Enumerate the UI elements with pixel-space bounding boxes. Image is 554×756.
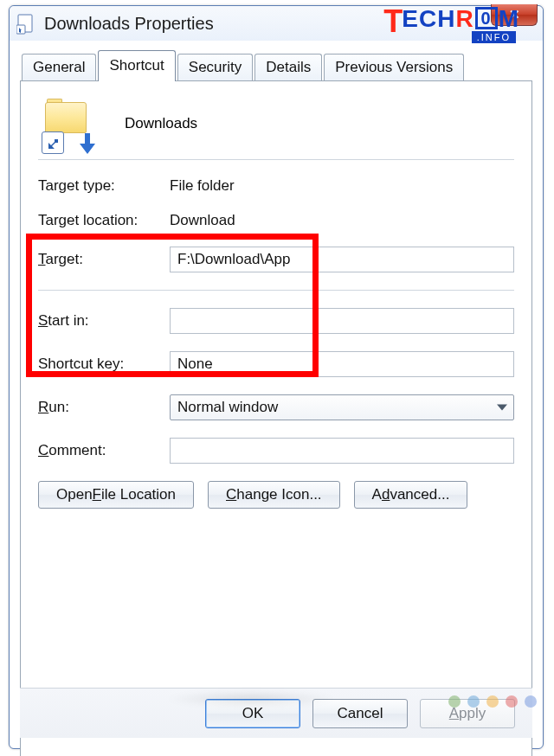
target-location-row: Target location: Download: [38, 212, 514, 229]
tab-previous-versions[interactable]: Previous Versions: [324, 54, 464, 81]
shortcut-key-label: Shortcut key:: [38, 356, 170, 373]
ok-label: OK: [242, 705, 264, 722]
target-location-label: Target location:: [38, 212, 170, 229]
properties-window: Downloads Properties ✕ General Shortcut …: [9, 5, 544, 749]
start-in-label: Start in:: [38, 312, 170, 330]
start-in-row: Start in:: [38, 308, 514, 334]
action-button-row: Open File Location Change Icon... Advanc…: [38, 481, 514, 509]
folder-shortcut-icon: [43, 99, 93, 149]
shortcut-header: Downloads: [43, 99, 514, 149]
tab-security[interactable]: Security: [177, 54, 253, 81]
target-row: Target:: [38, 247, 514, 272]
cancel-button[interactable]: Cancel: [312, 699, 408, 728]
target-location-value: Download: [170, 212, 235, 229]
tab-label: General: [33, 59, 85, 75]
open-file-location-button[interactable]: Open File Location: [38, 481, 194, 509]
start-in-input[interactable]: [170, 308, 514, 334]
run-label: Run:: [38, 399, 170, 416]
shortcut-name: Downloads: [125, 115, 197, 132]
window-icon: [16, 11, 37, 35]
comment-label: Comment:: [38, 442, 170, 459]
ok-button[interactable]: OK: [205, 699, 300, 728]
cancel-label: Cancel: [338, 705, 383, 722]
run-select[interactable]: Normal window: [170, 394, 514, 420]
advanced-button[interactable]: Advanced...: [354, 481, 468, 509]
watermark-info: .INFO: [472, 31, 516, 43]
dialog-footer: OK Cancel Apply: [20, 688, 532, 738]
tab-label: Security: [189, 59, 242, 75]
target-type-label: Target type:: [38, 177, 170, 195]
target-type-value: File folder: [170, 177, 235, 195]
run-select-value: Normal window: [177, 399, 278, 416]
tab-shortcut[interactable]: Shortcut: [98, 50, 175, 81]
shortcut-key-input[interactable]: [170, 351, 514, 377]
target-label: Target:: [38, 251, 170, 268]
tab-label: Shortcut: [109, 57, 164, 74]
chevron-down-icon: [497, 405, 507, 411]
comment-input[interactable]: [170, 438, 514, 464]
tab-general[interactable]: General: [22, 54, 96, 81]
change-icon-button[interactable]: Change Icon...: [208, 481, 340, 509]
shortcut-panel: Downloads Target type: File folder Targe…: [20, 80, 532, 756]
divider: [38, 290, 514, 291]
comment-row: Comment:: [38, 438, 514, 464]
client-area: General Shortcut Security Details Previo…: [20, 49, 532, 738]
tab-strip: General Shortcut Security Details Previo…: [20, 49, 532, 80]
apply-button[interactable]: Apply: [420, 699, 515, 728]
tab-details[interactable]: Details: [254, 54, 322, 81]
target-type-row: Target type: File folder: [38, 177, 514, 195]
divider: [38, 159, 514, 160]
window-title: Downloads Properties: [44, 14, 214, 34]
run-row: Run: Normal window: [38, 394, 514, 420]
tab-label: Previous Versions: [335, 59, 453, 75]
tab-label: Details: [266, 59, 311, 75]
target-input[interactable]: [170, 247, 514, 272]
shortcut-key-row: Shortcut key:: [38, 351, 514, 377]
